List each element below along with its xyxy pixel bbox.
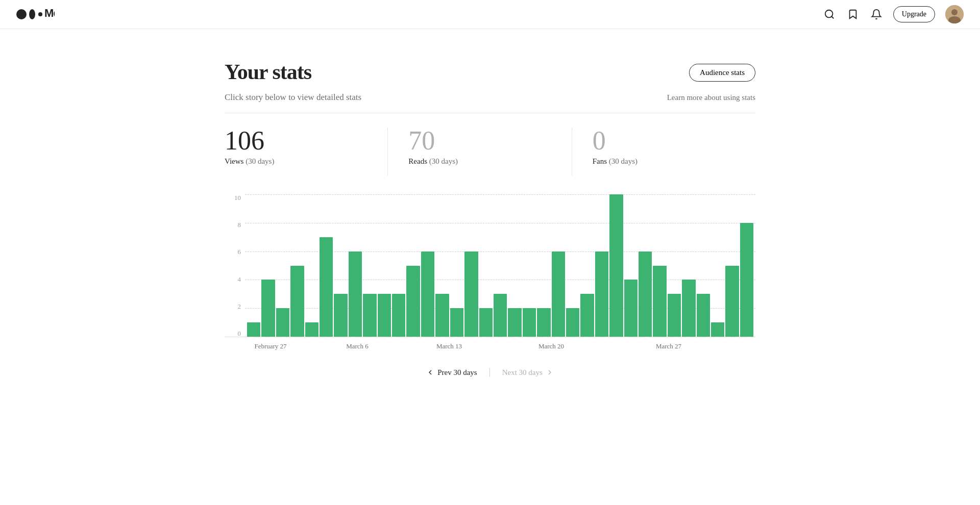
chart-bar[interactable] — [392, 294, 405, 337]
x-axis-label: March 27 — [656, 342, 681, 350]
chart-bar[interactable] — [378, 294, 391, 337]
chart-bar[interactable] — [653, 266, 666, 337]
y-axis-label: 6 — [225, 248, 245, 255]
logo[interactable]: Medium — [16, 7, 55, 21]
fans-stat: 0 Fans (30 days) — [572, 128, 755, 176]
header: Medium Upgrade — [0, 0, 980, 29]
views-label: Views (30 days) — [225, 157, 367, 166]
y-axis: 1086420 — [225, 194, 245, 337]
chart-bar[interactable] — [595, 251, 608, 337]
chart-bar[interactable] — [508, 308, 521, 337]
chart-bar[interactable] — [450, 308, 463, 337]
chart-bar[interactable] — [609, 194, 623, 337]
chart-bar[interactable] — [580, 294, 594, 337]
stats-row: 106 Views (30 days) 70 Reads (30 days) 0… — [225, 128, 755, 176]
chart-area: 1086420 — [225, 194, 755, 337]
audience-stats-button[interactable]: Audience stats — [689, 64, 755, 82]
chart-bar[interactable] — [334, 294, 347, 337]
reads-stat: 70 Reads (30 days) — [387, 128, 571, 176]
chart-bar[interactable] — [624, 280, 638, 337]
chart-bar[interactable] — [552, 251, 565, 337]
chart-bar[interactable] — [421, 251, 434, 337]
chart-bar[interactable] — [725, 266, 739, 337]
chart-bar[interactable] — [523, 308, 536, 337]
chart-bar[interactable] — [566, 308, 579, 337]
learn-more-link[interactable]: Learn more about using stats — [667, 93, 755, 102]
chart-container: 1086420 February 27March 6March 13March … — [225, 194, 755, 377]
reads-value: 70 — [408, 128, 551, 154]
bars-container — [245, 194, 755, 337]
svg-text:Medium: Medium — [44, 7, 55, 19]
y-axis-label: 10 — [225, 194, 245, 201]
svg-point-4 — [825, 10, 833, 18]
search-button[interactable] — [823, 8, 836, 21]
chart-bar[interactable] — [320, 237, 333, 337]
x-axis-label: March 20 — [538, 342, 564, 350]
chart-bar[interactable] — [740, 223, 753, 337]
page-title: Your stats — [225, 60, 311, 84]
chart-bar[interactable] — [349, 251, 362, 337]
pagination-divider — [489, 368, 490, 377]
chart-bar[interactable] — [290, 266, 304, 337]
svg-point-0 — [16, 9, 27, 19]
svg-line-5 — [831, 16, 834, 18]
subtitle-text: Click story below to view detailed stats — [225, 92, 361, 103]
x-axis-label: March 13 — [436, 342, 462, 350]
notifications-button[interactable] — [870, 8, 883, 21]
chart-bar[interactable] — [464, 251, 478, 337]
chart-bar[interactable] — [305, 322, 318, 337]
avatar[interactable] — [945, 5, 964, 23]
chart-bar[interactable] — [682, 280, 695, 337]
chart-bar[interactable] — [247, 322, 260, 337]
bookmark-button[interactable] — [846, 8, 860, 21]
chart-bar[interactable] — [363, 294, 376, 337]
chart-bar[interactable] — [697, 294, 710, 337]
chart-bar[interactable] — [406, 266, 420, 337]
y-axis-label: 8 — [225, 221, 245, 228]
y-axis-label: 0 — [225, 330, 245, 337]
svg-point-7 — [951, 9, 958, 15]
next-30-days-button[interactable]: Next 30 days — [502, 368, 554, 377]
fans-label: Fans (30 days) — [593, 157, 735, 166]
svg-point-1 — [29, 9, 35, 19]
views-value: 106 — [225, 128, 367, 154]
chart-bar[interactable] — [435, 294, 449, 337]
svg-point-2 — [38, 12, 42, 16]
chart-bar[interactable] — [261, 280, 275, 337]
stats-divider — [225, 113, 755, 113]
upgrade-button[interactable]: Upgrade — [893, 6, 935, 22]
page-header-row: Your stats Audience stats — [225, 60, 755, 84]
fans-value: 0 — [593, 128, 735, 154]
chart-bar[interactable] — [668, 294, 681, 337]
views-stat: 106 Views (30 days) — [225, 128, 387, 176]
chart-bar[interactable] — [276, 308, 289, 337]
y-axis-label: 2 — [225, 303, 245, 310]
prev-30-days-button[interactable]: Prev 30 days — [426, 368, 477, 377]
reads-label: Reads (30 days) — [408, 157, 551, 166]
subtitle-row: Click story below to view detailed stats… — [225, 92, 755, 103]
x-axis-label: February 27 — [254, 342, 286, 350]
chart-bar[interactable] — [494, 294, 507, 337]
bars-area — [245, 194, 755, 337]
x-axis: February 27March 6March 13March 20March … — [245, 337, 755, 353]
chart-bar[interactable] — [639, 251, 652, 337]
chart-pagination: Prev 30 days Next 30 days — [225, 368, 755, 377]
y-axis-label: 4 — [225, 276, 245, 283]
main-content: Your stats Audience stats Click story be… — [204, 29, 776, 402]
chart-bar[interactable] — [537, 308, 550, 337]
medium-logo-icon: Medium — [16, 7, 55, 21]
x-axis-label: March 6 — [346, 342, 369, 350]
chart-bar[interactable] — [479, 308, 493, 337]
chart-bar[interactable] — [711, 322, 724, 337]
header-right: Upgrade — [823, 5, 964, 23]
